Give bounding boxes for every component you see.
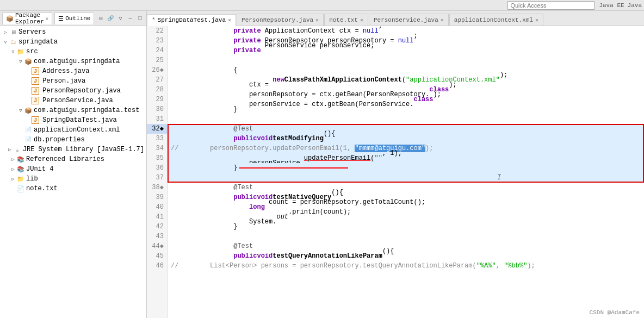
tab-appcontext-xml[interactable]: applicationContext.xml ✕ [449, 14, 543, 26]
pkg-main-label: com.atguigu.springdata [34, 58, 120, 65]
editor-wrapper[interactable]: 22 23 24 25 26◆ 27 28 29 30 31 32◆ 33 34… [147, 26, 644, 318]
link-editor-button[interactable]: 🔗 [106, 14, 115, 23]
tree-item-lib[interactable]: ▷ 📁 lib [0, 174, 146, 184]
junit4-label: JUnit 4 [26, 165, 53, 173]
db-props-icon: 📄 [24, 135, 33, 144]
tree-item-com-atguigu-springdata-test[interactable]: ▽ 📦 com.atguigu.springdata.test [0, 105, 146, 115]
line-num-31: 31 [147, 114, 167, 124]
tree-item-junit4[interactable]: ▷ 📚 JUnit 4 [0, 164, 146, 174]
tab-note-txt-label: note.txt [329, 17, 358, 23]
kw-private-22: private [233, 26, 261, 36]
tree-item-personrepsotory-java[interactable]: J PersonRepsotory.java [0, 86, 146, 96]
ref-libs-label: Referenced Libraries [26, 155, 104, 163]
toggle-pkg-main[interactable]: ▽ [17, 59, 24, 65]
line-num-28: 28 [147, 85, 167, 95]
toggle-junit4[interactable]: ▷ [10, 166, 16, 172]
tab-appcontext-xml-label: applicationContext.xml [454, 17, 533, 23]
tab-springdatatest[interactable]: * SpringDataTest.java ✕ [147, 14, 236, 26]
tree-item-note-txt[interactable]: 📄 note.txt [0, 184, 146, 194]
servers-label: Servers [18, 28, 46, 36]
code-line-43 [168, 232, 644, 241]
personrepsotory-java-label: PersonRepsotory.java [42, 87, 121, 95]
tab-close-springdatatest[interactable]: ✕ [228, 17, 231, 23]
line-num-39: 39 [147, 192, 167, 202]
appcontext-xml-icon: 📄 [24, 126, 33, 134]
line-num-40: 40 [147, 202, 167, 212]
kw-null-22: null [363, 26, 379, 36]
tree-item-personservice-java[interactable]: J PersonService.java [0, 96, 146, 105]
tab-close-personservice[interactable]: ✕ [441, 17, 444, 23]
lib-label: lib [26, 175, 38, 183]
tree-item-springdatatest-java[interactable]: J SpringDataTest.java [0, 115, 146, 125]
line-num-27: 27 [147, 75, 167, 85]
main-layout: 📦 Package Explorer ✕ ☰ Outline ⊟ 🔗 ▽ — □… [0, 11, 644, 318]
tree-item-person-java[interactable]: J Person.java [0, 76, 146, 86]
tab-personservice-label: PersonService.java [374, 17, 438, 23]
annotation-38: @Test [233, 183, 253, 192]
line-num-35: 35 [147, 153, 167, 163]
tree-item-appcontext-xml[interactable]: 📄 applicationContext.xml [0, 125, 146, 135]
quick-access-input[interactable] [507, 1, 595, 10]
tree-item-servers[interactable]: ▷ 🖥 Servers [0, 27, 146, 37]
tab-personservice[interactable]: PersonService.java ✕ [369, 14, 449, 26]
kw-void-33: void [257, 134, 273, 144]
code-line-31 [168, 114, 644, 124]
close-tab-icon[interactable]: ✕ [46, 16, 48, 22]
tab-personrepsotory[interactable]: PersonRepsotory.java ✕ [237, 14, 324, 26]
tab-personrepsotory-label: PersonRepsotory.java [242, 17, 313, 23]
tab-close-appcontext-xml[interactable]: ✕ [535, 17, 538, 23]
minimize-button[interactable]: — [126, 14, 134, 23]
tab-modified-icon: * [152, 17, 156, 23]
tree-item-springdata[interactable]: ▽ 🗂 springdata [0, 37, 146, 47]
tab-package-explorer[interactable]: 📦 Package Explorer ✕ [2, 13, 52, 24]
collapse-all-button[interactable]: ⊟ [96, 14, 105, 23]
kw-class-29: class [413, 95, 433, 104]
methodname-33: testModifying [273, 134, 324, 144]
maximize-button[interactable]: □ [135, 14, 144, 23]
kw-void-45: void [257, 251, 273, 261]
tab-close-note[interactable]: ✕ [360, 17, 363, 23]
code-line-25 [168, 55, 644, 65]
tree-item-referenced-libraries[interactable]: ▷ 📚 Referenced Libraries [0, 154, 146, 164]
toggle-jre[interactable]: ▷ [7, 147, 13, 153]
code-line-36: } [168, 163, 644, 173]
tree-item-com-atguigu-springdata[interactable]: ▽ 📦 com.atguigu.springdata [0, 57, 146, 66]
toggle-servers[interactable]: ▷ [2, 29, 9, 35]
person-java-label: Person.java [42, 77, 85, 85]
tab-note-txt[interactable]: note.txt ✕ [324, 14, 368, 26]
personservice-java-label: PersonService.java [42, 97, 113, 104]
code-line-22: private ApplicationContext ctx = null; [168, 26, 644, 36]
address-java-label: Address.java [42, 67, 89, 75]
code-body[interactable]: private ApplicationContext ctx = null; p… [168, 26, 644, 318]
toggle-ref-libs[interactable]: ▷ [10, 157, 16, 163]
tree-item-src[interactable]: ▽ 📁 src [0, 47, 146, 57]
tree-item-jre-library[interactable]: ▷ ☕ JRE System Library [JavaSE-1.7] [0, 145, 146, 154]
personrepsotory-java-icon: J [32, 87, 39, 95]
code-editor[interactable]: 22 23 24 25 26◆ 27 28 29 30 31 32◆ 33 34… [147, 26, 644, 318]
tab-close-personrepsotory[interactable]: ✕ [315, 17, 319, 23]
code-line-33: public void testModifying(){ [168, 134, 644, 144]
outline-icon: ☰ [58, 15, 64, 22]
tree-item-db-properties[interactable]: 📄 db.properties [0, 135, 146, 145]
toggle-lib[interactable]: ▷ [10, 176, 16, 182]
person-java-icon: J [32, 77, 39, 85]
line-num-38: 38◆ [147, 183, 167, 192]
view-menu-button[interactable]: ▽ [116, 14, 125, 23]
tab-outline[interactable]: ☰ Outline [54, 13, 94, 24]
toggle-src[interactable]: ▽ [10, 49, 16, 55]
line-num-45: 45 [147, 251, 167, 261]
pkg-main-icon: 📦 [24, 57, 33, 66]
sidebar-tree: ▷ 🖥 Servers ▽ 🗂 springdata ▽ 📁 src [0, 26, 146, 318]
code-line-32: @Test [168, 124, 644, 134]
method-underline-35: updatePersonEmail [304, 153, 370, 163]
tree-item-address-java[interactable]: J Address.java [0, 66, 146, 76]
toggle-pkg-test[interactable]: ▽ [17, 108, 24, 114]
note-txt-icon: 📄 [16, 184, 25, 193]
editor-area: * SpringDataTest.java ✕ PersonRepsotory.… [147, 11, 644, 318]
line-num-41: 41 [147, 212, 167, 222]
kw-null-23: null [398, 36, 414, 46]
toggle-springdata[interactable]: ▽ [2, 39, 9, 45]
code-line-38: @Test [168, 183, 644, 192]
code-line-29: personService = ctx.getBean(PersonServic… [168, 95, 644, 104]
note-txt-label: note.txt [26, 185, 58, 192]
